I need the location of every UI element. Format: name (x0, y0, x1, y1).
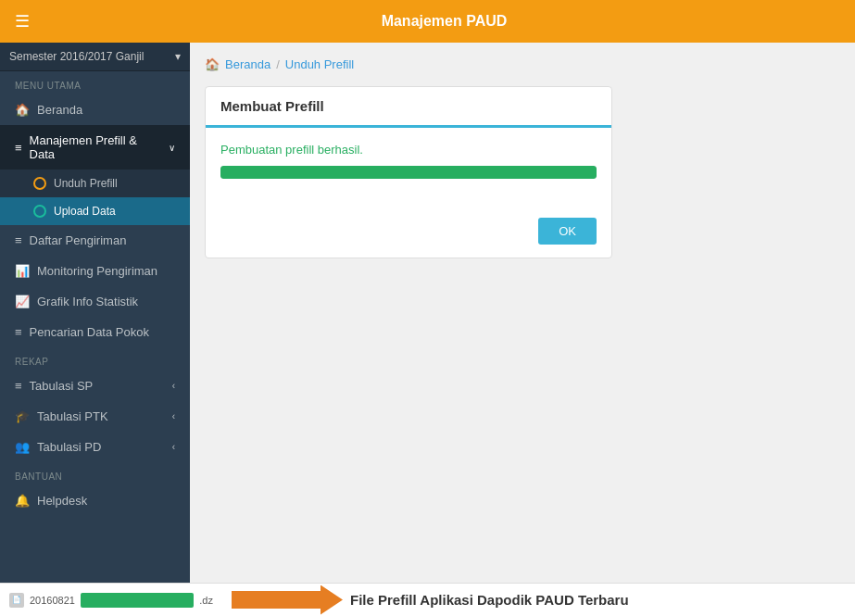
sidebar-item-label: Tabulasi PTK (37, 409, 108, 423)
sidebar-item-label: Daftar Pengiriman (30, 233, 127, 247)
section-label-bantuan: BANTUAN (0, 462, 190, 485)
bell-icon: 🔔 (15, 494, 30, 508)
success-message: Pembuatan prefill berhasil. (220, 143, 597, 157)
file-item: 📄 20160821 ████████ .dz (9, 593, 213, 608)
bottom-bar: 📄 20160821 ████████ .dz File Prefill Apl… (0, 583, 855, 616)
semester-selector[interactable]: Semester 2016/2017 Ganjil ▾ (0, 43, 190, 71)
app-title: Manajemen PAUD (48, 13, 840, 30)
chart-icon: 📊 (15, 264, 30, 278)
sidebar-item-daftar-pengiriman[interactable]: ≡ Daftar Pengiriman (0, 225, 190, 256)
main-content: 🏠 Beranda / Unduh Prefill Membuat Prefil… (190, 43, 855, 583)
sidebar-item-label: Beranda (37, 103, 82, 117)
breadcrumb-current: Unduh Prefill (285, 57, 354, 71)
prefill-card: Membuat Prefill Pembuatan prefill berhas… (205, 86, 612, 258)
sidebar-item-label: Tabulasi PD (37, 440, 101, 454)
circle-icon (33, 177, 46, 190)
sidebar-item-label: Tabulasi SP (30, 379, 94, 393)
stats-icon: 📈 (15, 295, 30, 308)
breadcrumb-separator: / (276, 57, 280, 71)
home-icon: 🏠 (15, 103, 30, 117)
sidebar-item-label: Grafik Info Statistik (37, 295, 138, 308)
section-label-menu-utama: MENU UTAMA (0, 71, 190, 94)
sidebar-item-label: Monitoring Pengiriman (37, 264, 157, 278)
semester-label: Semester 2016/2017 Ganjil (9, 50, 144, 63)
sidebar-item-pencarian-data-pokok[interactable]: ≡ Pencarian Data Pokok (0, 317, 190, 347)
file-name-masked: ████████ (81, 593, 194, 608)
file-ext: .dz (199, 595, 213, 606)
annotation-text: File Prefill Aplikasi Dapodik PAUD Terba… (350, 592, 629, 608)
chevron-left-icon: ‹ (172, 411, 175, 421)
sidebar-sub-label: Unduh Prefill (54, 177, 118, 190)
chevron-left-icon: ‹ (172, 381, 175, 391)
list-icon: ≡ (15, 141, 22, 155)
file-prefix: 20160821 (30, 595, 75, 606)
chevron-left-icon: ‹ (172, 442, 175, 452)
card-footer: OK (206, 208, 611, 258)
card-title: Membuat Prefill (206, 87, 611, 128)
sidebar-item-label: Pencarian Data Pokok (30, 325, 149, 339)
sidebar-item-grafik-info-statistik[interactable]: 📈 Grafik Info Statistik (0, 286, 190, 317)
people-icon: 👥 (15, 440, 30, 454)
list-icon: ≡ (15, 379, 22, 393)
section-label-rekap: REKAP (0, 347, 190, 371)
sidebar-item-tabulasi-pd[interactable]: 👥 Tabulasi PD ‹ (0, 432, 190, 462)
sidebar-item-tabulasi-ptk[interactable]: 🎓 Tabulasi PTK ‹ (0, 401, 190, 432)
semester-arrow: ▾ (175, 50, 181, 63)
list-icon: ≡ (15, 233, 22, 247)
breadcrumb-home-link[interactable]: Beranda (225, 57, 270, 71)
progress-bar-fill (220, 166, 597, 179)
sidebar-item-helpdesk[interactable]: 🔔 Helpdesk (0, 485, 190, 516)
arrow-annotation: File Prefill Aplikasi Dapodik PAUD Terba… (232, 585, 629, 615)
sidebar-item-label: Helpdesk (37, 494, 87, 508)
sidebar-subitem-upload-data[interactable]: Upload Data (0, 197, 190, 225)
orange-arrow-icon (232, 585, 343, 615)
sidebar-item-beranda[interactable]: 🏠 Beranda (0, 94, 190, 125)
chevron-down-icon: ∨ (169, 143, 175, 153)
top-header: ☰ Manajemen PAUD (0, 0, 855, 43)
sidebar-item-monitoring-pengiriman[interactable]: 📊 Monitoring Pengiriman (0, 256, 190, 286)
breadcrumb: 🏠 Beranda / Unduh Prefill (205, 57, 840, 71)
file-icon: 📄 (9, 593, 24, 608)
graduation-icon: 🎓 (15, 409, 30, 423)
hamburger-icon[interactable]: ☰ (15, 11, 30, 31)
sidebar-item-tabulasi-sp[interactable]: ≡ Tabulasi SP ‹ (0, 371, 190, 401)
sidebar-item-manajemen-prefill[interactable]: ≡ Manajemen Prefill & Data ∨ (0, 125, 190, 170)
circle-icon (33, 205, 46, 218)
progress-bar-container (220, 166, 597, 179)
home-icon: 🏠 (205, 57, 220, 71)
sidebar-subitem-unduh-prefill[interactable]: Unduh Prefill (0, 170, 190, 197)
sidebar-sub-label: Upload Data (54, 205, 116, 218)
list-icon: ≡ (15, 325, 22, 339)
card-body: Pembuatan prefill berhasil. (206, 128, 611, 208)
sidebar-item-label: Manajemen Prefill & Data (30, 133, 161, 161)
ok-button[interactable]: OK (538, 218, 597, 245)
sidebar: Semester 2016/2017 Ganjil ▾ MENU UTAMA 🏠… (0, 43, 190, 583)
